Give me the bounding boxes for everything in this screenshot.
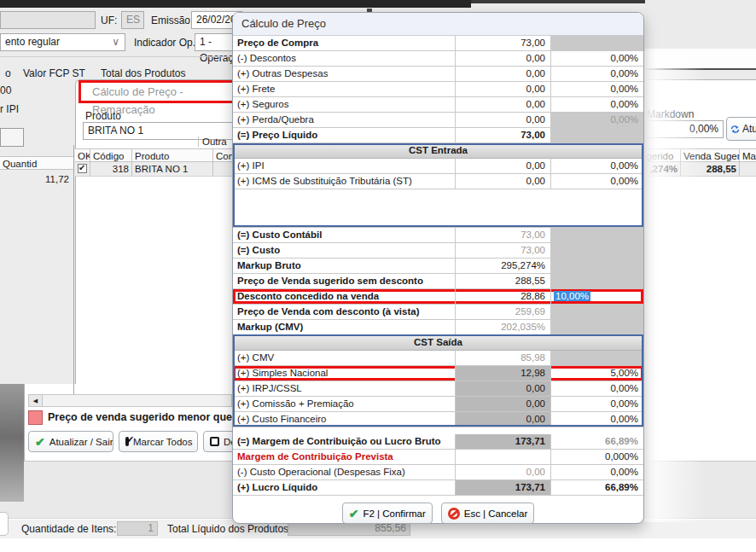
calc-row-value[interactable]: 73,00: [455, 128, 550, 142]
calc-row-percent[interactable]: [550, 228, 643, 242]
remarcacao-grid: OKCódigoProdutoCompra 318BRITA NO 1: [75, 148, 246, 177]
calc-row: Margem de Contribuição Prevista0,000%: [233, 450, 643, 465]
calc-row-percent[interactable]: 0,00%: [550, 174, 643, 189]
produto-field[interactable]: BRITA NO 1: [83, 122, 253, 140]
calc-row: (+) ICMS de Substituição Tributária (ST)…: [233, 174, 643, 189]
selected-text[interactable]: 10,00%: [554, 291, 590, 301]
calc-row: Desconto concedido na venda28,8610,00%: [233, 289, 643, 305]
total-produtos-label: Total dos Produtos: [101, 67, 185, 79]
calc-row-percent[interactable]: 0,00%: [550, 412, 643, 427]
marcar-todos-button[interactable]: Marcar Todos: [119, 431, 198, 452]
calc-row-value[interactable]: 295,274%: [455, 259, 550, 273]
calc-row-percent[interactable]: 66,89%: [550, 480, 643, 495]
calc-row-label: (+) ICMS de Substituição Tributária (ST): [233, 174, 455, 189]
grid-cell-ok[interactable]: [75, 162, 90, 176]
calc-row-label: (+) Custo Financeiro: [233, 412, 455, 427]
calc-row: (-) Custo Operacional (Despesas Fixa)0,0…: [233, 465, 643, 480]
calc-row-value[interactable]: 28,86: [455, 289, 550, 304]
empty-field: [0, 11, 96, 29]
grid-cell-ma[interactable]: [739, 162, 756, 176]
calc-row-percent[interactable]: 0,00%: [550, 97, 643, 112]
calc-row-value[interactable]: [455, 450, 550, 464]
calc-row-value[interactable]: 0,00: [455, 97, 550, 112]
calc-row-value[interactable]: 259,69: [455, 305, 550, 319]
grid-header-codigo: Código: [90, 148, 131, 162]
calc-row-value[interactable]: 0,00: [455, 113, 550, 127]
calc-row-percent[interactable]: 0,00%: [550, 159, 643, 173]
calc-row-value[interactable]: 288,55: [455, 274, 550, 288]
calc-row-value[interactable]: 173,71: [455, 434, 550, 449]
regime-value: ento regular: [5, 36, 60, 48]
grid-header-row: OKCódigoProdutoCompra: [75, 148, 246, 162]
calc-row: (-) Descontos0,000,00%: [233, 51, 643, 67]
calc-row-percent[interactable]: [550, 36, 643, 50]
calc-row-label: (=) Margem de Contribuição ou Lucro Brut…: [233, 434, 455, 449]
atualizar-button[interactable]: Atu: [726, 117, 756, 141]
calc-row-value[interactable]: 173,71: [455, 480, 550, 495]
table-gap: [233, 427, 643, 434]
checkbox-checked-icon: [125, 437, 129, 446]
calc-row-percent[interactable]: 66,89%: [550, 434, 643, 449]
indicador-field[interactable]: 1 - Operaç: [195, 33, 237, 51]
calc-row-label: (+) CMV: [233, 351, 455, 365]
calc-row-percent[interactable]: 0,00%: [550, 397, 643, 411]
grid-cell-codigo[interactable]: 318: [90, 162, 131, 176]
horizontal-scrollbar[interactable]: ◀: [28, 394, 232, 407]
scroll-left-icon[interactable]: ◀: [29, 395, 43, 406]
calc-row-value[interactable]: 202,035%: [455, 320, 550, 334]
row-checkbox-checked-icon[interactable]: [78, 164, 87, 173]
calc-row-label: Preço de Venda com desconto (à vista): [233, 305, 455, 319]
refresh-icon: [730, 124, 740, 135]
calc-row-percent[interactable]: [550, 351, 643, 365]
legend-swatch: [28, 410, 43, 425]
calc-row-percent[interactable]: [550, 305, 643, 319]
calc-row-value[interactable]: 0,00: [455, 67, 550, 81]
top-dark-bar-left: [0, 0, 471, 8]
separator: [0, 56, 232, 57]
confirm-button[interactable]: ✔ F2 | Confirmar: [342, 503, 433, 524]
calc-row-value[interactable]: 0,00: [455, 159, 550, 173]
calc-row-value[interactable]: 0,00: [455, 174, 550, 189]
emissao-label: Emissão:: [151, 15, 193, 26]
calc-row-value[interactable]: 73,00: [455, 36, 550, 50]
calc-row-label: (+) Comissão + Premiação: [233, 397, 455, 411]
calc-row-label: (+) Frete: [233, 82, 455, 96]
calc-row-label: (-) Custo Operacional (Despesas Fixa): [233, 465, 455, 479]
calc-row-percent[interactable]: 0,00%: [550, 465, 643, 479]
calc-row-percent[interactable]: [550, 128, 643, 142]
calc-row-percent[interactable]: [550, 274, 643, 288]
calc-row-label: Preço de Compra: [233, 36, 455, 50]
regime-combobox[interactable]: ento regular ∨: [0, 33, 125, 51]
calc-row-percent[interactable]: 0,00%: [550, 381, 643, 396]
calc-row-percent[interactable]: [550, 259, 643, 273]
calc-row-percent[interactable]: 5,00%: [550, 366, 643, 381]
calc-row-percent[interactable]: 0,00%: [550, 67, 643, 81]
calc-row-value[interactable]: 0,00: [455, 82, 550, 96]
calc-row: (+) Custo Financeiro0,000,00%: [233, 412, 643, 427]
calc-row-value[interactable]: 12,98: [455, 366, 550, 381]
calc-row-percent[interactable]: 10,00%: [550, 289, 643, 304]
calc-row-percent[interactable]: 0,00%: [550, 51, 643, 66]
calc-row-value[interactable]: 0,00: [455, 397, 550, 411]
calc-row-percent[interactable]: 0,000%: [550, 450, 643, 464]
calc-row-label: Margem de Contribuição Prevista: [233, 450, 455, 464]
grid-cell-produto[interactable]: BRITA NO 1: [131, 162, 212, 176]
calc-row-value[interactable]: 0,00: [455, 465, 550, 479]
atualizar-sair-button[interactable]: ✔ Atualizar / Sair: [28, 431, 113, 452]
grid-data-row[interactable]: 318BRITA NO 1: [75, 162, 246, 177]
calc-row-value[interactable]: 0,00: [455, 381, 550, 396]
calc-row-label: (+) Simples Nacional: [233, 366, 455, 381]
calc-row-percent[interactable]: 0,00%: [550, 113, 643, 127]
calc-row-percent[interactable]: [550, 320, 643, 334]
cancel-button[interactable]: Esc | Cancelar: [441, 503, 535, 524]
calc-row-percent[interactable]: [550, 243, 643, 258]
calc-row-value[interactable]: 0,00: [455, 51, 550, 66]
calc-row-value[interactable]: 73,00: [455, 228, 550, 242]
calc-row-percent[interactable]: 0,00%: [550, 82, 643, 96]
calc-row-value[interactable]: 85,98: [455, 351, 550, 365]
calc-row-value[interactable]: 0,00: [455, 412, 550, 427]
section-header: CST Entrada: [233, 143, 643, 159]
atualizar-sair-label: Atualizar / Sair: [49, 437, 113, 447]
calc-row: Preço de Compra73,00: [233, 36, 643, 51]
calc-row-value[interactable]: 73,00: [455, 243, 550, 258]
